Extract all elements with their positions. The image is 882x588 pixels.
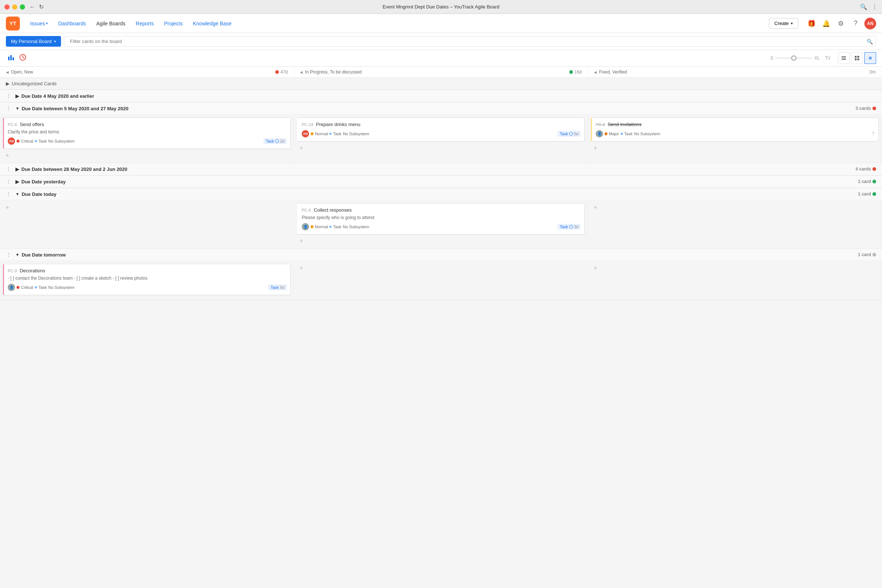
priority-label: Critical	[21, 139, 33, 143]
add-card-button[interactable]: +	[3, 203, 12, 212]
add-card-button[interactable]: +	[297, 144, 306, 153]
count-label: 1 card	[858, 252, 871, 257]
traffic-lights	[4, 4, 25, 9]
count-dot-icon	[873, 253, 876, 256]
avatar: AN	[302, 130, 309, 138]
card-pc14[interactable]: PC-14 Prepare drinks menu AN Normal Task…	[297, 118, 585, 141]
three-dots-icon[interactable]: ⋮	[6, 93, 11, 99]
col-header-open: ◀ Open, New 47d	[0, 66, 294, 78]
collapse-icon: ▼	[15, 252, 20, 257]
col-arrow-progress: ◀	[300, 70, 303, 74]
type-label: Task	[333, 225, 341, 229]
nav-icons: 🎁 🔔 ⚙ ? AN	[806, 18, 876, 29]
nav-item-dashboards[interactable]: Dashboards	[54, 18, 90, 28]
timer-icon	[569, 132, 573, 136]
swimlane-count: 1 card	[858, 179, 876, 184]
titlebar-search-icon[interactable]: 🔍	[860, 3, 867, 10]
minimize-button[interactable]	[12, 4, 17, 9]
svg-rect-10	[857, 56, 859, 58]
nav-item-projects[interactable]: Projects	[159, 18, 187, 28]
size-slider[interactable]	[776, 58, 812, 58]
grid-view-button[interactable]	[851, 52, 863, 64]
col-time-progress-value: 16d	[574, 69, 582, 75]
nav-item-knowledge-base[interactable]: Knowledge Base	[189, 18, 236, 28]
add-card-button[interactable]: +	[3, 151, 12, 160]
filter-input[interactable]	[67, 36, 867, 46]
type-label: Task	[39, 139, 47, 143]
expand-icon: ▶	[6, 81, 9, 86]
task-badge: Task 2d	[264, 138, 286, 144]
svg-rect-11	[855, 58, 856, 60]
filter-box: 🔍	[64, 36, 876, 46]
three-dots-icon[interactable]: ⋮	[6, 105, 11, 111]
bell-icon[interactable]: 🔔	[820, 18, 832, 29]
subsystem-label: No Subsystem	[48, 139, 75, 143]
card-pc4[interactable]: PC-4 Send invitations 👤 Major Task No Su…	[591, 118, 879, 141]
card-id: PC-8	[8, 122, 17, 127]
swimlane-due-today: ⋮ ▼ Due Date today 1 card + PC-5	[0, 188, 882, 249]
my-personal-board-button[interactable]: My Personal Board ▾	[6, 36, 61, 46]
nav-item-issues[interactable]: Issues ▾	[26, 18, 52, 28]
close-button[interactable]	[4, 4, 9, 9]
count-label: 1 card	[858, 179, 871, 184]
three-dots-icon[interactable]: ⋮	[6, 252, 11, 258]
user-avatar[interactable]: AN	[864, 18, 876, 29]
size-xl-label: XL	[814, 56, 820, 61]
swimlane-header-due-yesterday[interactable]: ⋮ ▶ Due Date yesterday 1 card	[0, 176, 882, 188]
avatar: 👤	[8, 284, 15, 291]
maximize-button[interactable]	[20, 4, 25, 9]
settings-view-button[interactable]	[864, 52, 876, 64]
create-button[interactable]: Create ▾	[769, 18, 798, 28]
add-card-button[interactable]: +	[297, 237, 306, 246]
three-dots-icon[interactable]: ⋮	[6, 191, 11, 197]
three-dots-icon[interactable]: ⋮	[6, 178, 11, 184]
col-header-fixed-label: Fixed, Verified	[599, 69, 627, 75]
app-logo[interactable]: YT	[6, 16, 20, 30]
card-header: PC-4 Send invitations	[596, 122, 874, 127]
swimlane-label: Due Date tomorrow	[22, 252, 66, 258]
clock-icon[interactable]	[18, 52, 28, 64]
swimlane-header-due-today[interactable]: ⋮ ▼ Due Date today 1 card	[0, 188, 882, 200]
card-pc8[interactable]: PC-8 Send offers Clarify the price and t…	[3, 118, 291, 149]
gift-icon[interactable]: 🎁	[806, 18, 818, 29]
window-title: Event Mngmnt Dept Due Dates – YouTrack A…	[382, 4, 500, 9]
card-id: PC-5	[302, 208, 311, 212]
nav-item-reports[interactable]: Reports	[131, 18, 158, 28]
add-card-button[interactable]: +	[591, 144, 600, 153]
card-desc: Please specify who is going to attend	[302, 215, 580, 220]
task-days: 2d	[280, 139, 285, 143]
collapse-icon: ▼	[15, 106, 20, 111]
card-title: Prepare drinks menu	[316, 122, 360, 127]
card-pc9[interactable]: PC-9 Decorations - [ ] contact the Decor…	[3, 264, 291, 295]
swimlane-header-due-4-may[interactable]: ⋮ ▶ Due Date 4 May 2020 and earlier	[0, 90, 882, 102]
swimlane-header-due-5-27-may[interactable]: ⋮ ▼ Due Date between 5 May 2020 and 27 M…	[0, 102, 882, 115]
titlebar-more-icon[interactable]: ⋮	[872, 3, 878, 10]
refresh-button[interactable]: ↻	[39, 3, 44, 10]
type-dot-icon	[329, 133, 332, 135]
col-header-progress-label: In Progress, To be discussed	[305, 69, 362, 75]
settings-icon[interactable]: ⚙	[835, 18, 847, 29]
three-dots-icon[interactable]: ⋮	[6, 166, 11, 172]
add-card-button[interactable]: +	[591, 203, 600, 212]
count-label: 4 cards	[855, 166, 871, 172]
svg-rect-7	[842, 58, 846, 58]
card-pc5[interactable]: PC-5 Collect responses Please specify wh…	[297, 203, 585, 234]
add-card-button[interactable]: +	[297, 264, 306, 273]
help-icon[interactable]: ?	[850, 18, 861, 29]
board-toolbar: My Personal Board ▾ 🔍	[0, 33, 882, 50]
size-s-label: S	[770, 56, 773, 61]
time-badge-dot	[569, 70, 573, 74]
card-header: PC-14 Prepare drinks menu	[302, 122, 580, 127]
swimlane-due-yesterday: ⋮ ▶ Due Date yesterday 1 card	[0, 176, 882, 188]
list-view-button[interactable]	[838, 52, 850, 64]
add-card-button[interactable]: +	[591, 264, 600, 273]
uncategorized-header[interactable]: ▶ Uncategorized Cards	[0, 78, 882, 90]
swimlane-header-due-28-may[interactable]: ⋮ ▶ Due Date between 28 May 2020 and 2 J…	[0, 163, 882, 175]
type-label: Task	[333, 132, 341, 136]
bar-chart-icon[interactable]	[6, 52, 16, 64]
nav-item-agile-boards[interactable]: Agile Boards	[92, 18, 130, 28]
browser-nav: ← ↻	[29, 3, 44, 10]
swimlane-header-due-tomorrow[interactable]: ⋮ ▼ Due Date tomorrow 1 card	[0, 249, 882, 261]
back-button[interactable]: ←	[29, 3, 35, 10]
type-dot-icon	[35, 140, 37, 142]
